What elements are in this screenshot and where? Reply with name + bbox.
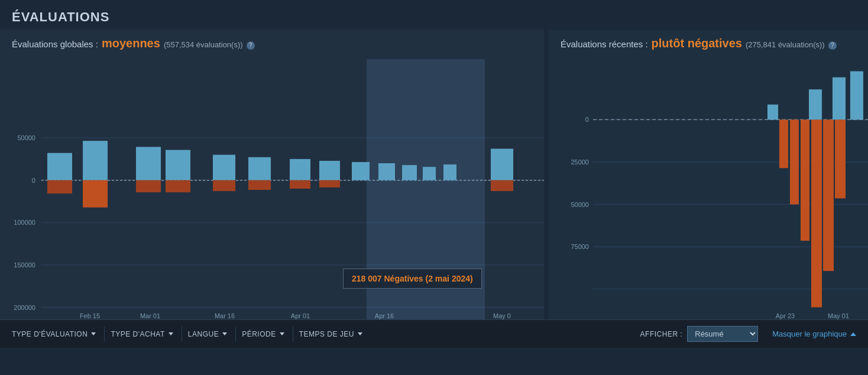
svg-rect-18: [290, 159, 310, 180]
right-chart-header: Évaluations récentes : plutôt négatives …: [561, 37, 856, 56]
svg-text:150000: 150000: [14, 261, 35, 269]
svg-rect-26: [47, 180, 72, 194]
svg-text:75000: 75000: [571, 243, 589, 250]
svg-rect-16: [213, 155, 235, 180]
filter-langue-chevron: [222, 332, 227, 335]
hide-graph-button[interactable]: Masquer le graphique: [772, 329, 856, 338]
svg-rect-14: [136, 147, 161, 180]
svg-rect-25: [491, 148, 513, 180]
svg-text:May 01: May 01: [828, 312, 849, 319]
right-chart: Évaluations récentes : plutôt négatives …: [549, 30, 868, 319]
svg-text:50000: 50000: [571, 201, 589, 208]
svg-rect-53: [767, 105, 778, 120]
svg-text:Feb 15: Feb 15: [80, 312, 100, 319]
tooltip-text: 218 007 Négatives (2 mai 2024): [352, 274, 473, 283]
svg-text:25000: 25000: [571, 159, 589, 166]
svg-rect-30: [213, 180, 235, 191]
svg-rect-34: [491, 180, 513, 191]
svg-rect-59: [801, 119, 809, 241]
filter-type-achat-chevron: [169, 332, 173, 335]
right-chart-svg: 0 25000 50000 75000: [549, 59, 868, 319]
filter-periode-chevron: [280, 332, 284, 335]
svg-rect-12: [47, 153, 72, 180]
svg-text:200000: 200000: [14, 304, 35, 311]
svg-rect-61: [823, 119, 834, 271]
svg-rect-27: [83, 180, 108, 208]
svg-rect-19: [319, 161, 340, 180]
left-chart: Évaluations globales : moyennes (557,534…: [0, 30, 544, 319]
svg-text:100000: 100000: [14, 219, 35, 226]
svg-rect-55: [833, 77, 846, 120]
svg-text:Apr 16: Apr 16: [375, 312, 394, 319]
right-help-icon[interactable]: ?: [828, 41, 837, 50]
svg-text:0: 0: [32, 177, 35, 184]
filter-type-evaluation-chevron: [91, 332, 96, 335]
hide-graph-chevron-up: [850, 332, 856, 336]
svg-text:0: 0: [585, 116, 589, 123]
svg-text:May 0: May 0: [493, 312, 511, 319]
svg-rect-15: [166, 150, 190, 180]
page-title: ÉVALUATIONS: [12, 9, 856, 25]
left-help-icon[interactable]: ?: [247, 41, 255, 50]
svg-rect-29: [166, 180, 190, 192]
svg-rect-56: [850, 71, 863, 119]
filter-type-evaluation[interactable]: TYPE D'ÉVALUATION: [12, 326, 105, 342]
svg-rect-31: [248, 180, 271, 190]
filter-type-achat-label: TYPE D'ACHAT: [111, 330, 164, 338]
svg-text:50000: 50000: [17, 134, 35, 141]
svg-rect-33: [319, 180, 340, 188]
svg-rect-62: [835, 119, 846, 198]
svg-rect-32: [290, 180, 310, 189]
afficher-label: AFFICHER :: [640, 330, 683, 338]
filter-langue[interactable]: LANGUE: [182, 326, 236, 342]
right-count: (275,841 évaluation(s)): [746, 40, 825, 49]
svg-text:Mar 01: Mar 01: [140, 312, 160, 319]
hide-graph-label: Masquer le graphique: [772, 329, 847, 338]
filter-periode[interactable]: PÉRIODE: [236, 326, 293, 342]
left-section-label: Évaluations globales :: [12, 39, 98, 49]
header-section: ÉVALUATIONS: [0, 0, 868, 30]
left-chart-header: Évaluations globales : moyennes (557,534…: [12, 37, 532, 56]
svg-rect-60: [811, 119, 822, 307]
filter-temps-de-jeu[interactable]: TEMPS DE JEU: [293, 326, 371, 342]
svg-text:Apr 01: Apr 01: [291, 312, 310, 319]
filters-bar: TYPE D'ÉVALUATION TYPE D'ACHAT LANGUE PÉ…: [0, 319, 868, 348]
svg-text:Apr 23: Apr 23: [776, 312, 795, 319]
filter-type-achat[interactable]: TYPE D'ACHAT: [105, 326, 182, 342]
svg-rect-13: [83, 141, 108, 180]
svg-text:Mar 16: Mar 16: [215, 312, 235, 319]
svg-rect-57: [779, 119, 788, 168]
svg-rect-17: [248, 157, 271, 180]
right-section-label: Évaluations récentes :: [561, 39, 648, 49]
afficher-dropdown[interactable]: Résumé Détaillé Tout: [687, 326, 758, 342]
filter-langue-label: LANGUE: [188, 330, 219, 338]
svg-rect-58: [790, 119, 799, 204]
tooltip-box: 218 007 Négatives (2 mai 2024): [343, 269, 482, 289]
filter-temps-de-jeu-label: TEMPS DE JEU: [299, 330, 354, 338]
left-rating: moyennes: [102, 37, 160, 50]
filter-temps-de-jeu-chevron: [358, 332, 362, 335]
filter-type-evaluation-label: TYPE D'ÉVALUATION: [12, 330, 88, 338]
filter-periode-label: PÉRIODE: [242, 330, 276, 338]
page-container: ÉVALUATIONS Évaluations globales : moyen…: [0, 0, 868, 348]
left-count: (557,534 évaluation(s)): [164, 40, 243, 49]
charts-row: Évaluations globales : moyennes (557,534…: [0, 30, 868, 319]
svg-rect-28: [136, 180, 161, 192]
svg-rect-54: [809, 89, 822, 119]
right-rating: plutôt négatives: [652, 37, 742, 50]
